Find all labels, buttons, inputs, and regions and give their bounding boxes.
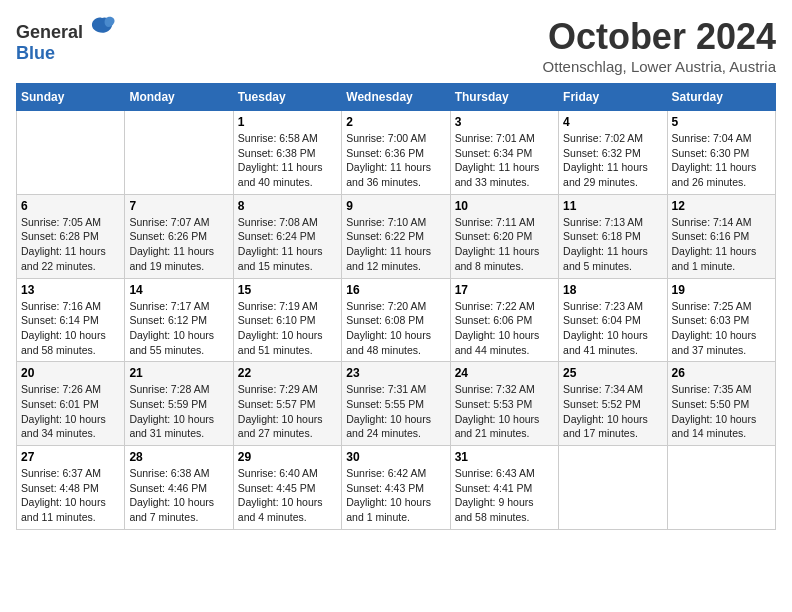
day-number: 21 — [129, 366, 228, 380]
day-number: 1 — [238, 115, 337, 129]
weekday-header: Thursday — [450, 84, 558, 111]
day-info: Sunrise: 6:42 AM Sunset: 4:43 PM Dayligh… — [346, 466, 445, 525]
location-title: Ottenschlag, Lower Austria, Austria — [543, 58, 776, 75]
calendar-cell: 22Sunrise: 7:29 AM Sunset: 5:57 PM Dayli… — [233, 362, 341, 446]
day-number: 24 — [455, 366, 554, 380]
calendar-cell: 12Sunrise: 7:14 AM Sunset: 6:16 PM Dayli… — [667, 194, 775, 278]
calendar-cell: 6Sunrise: 7:05 AM Sunset: 6:28 PM Daylig… — [17, 194, 125, 278]
calendar-cell: 10Sunrise: 7:11 AM Sunset: 6:20 PM Dayli… — [450, 194, 558, 278]
day-number: 15 — [238, 283, 337, 297]
day-info: Sunrise: 7:32 AM Sunset: 5:53 PM Dayligh… — [455, 382, 554, 441]
day-number: 19 — [672, 283, 771, 297]
calendar-cell: 18Sunrise: 7:23 AM Sunset: 6:04 PM Dayli… — [559, 278, 667, 362]
day-info: Sunrise: 7:11 AM Sunset: 6:20 PM Dayligh… — [455, 215, 554, 274]
calendar-cell — [17, 111, 125, 195]
day-number: 17 — [455, 283, 554, 297]
calendar-cell: 17Sunrise: 7:22 AM Sunset: 6:06 PM Dayli… — [450, 278, 558, 362]
logo-blue: Blue — [16, 43, 55, 63]
calendar-cell: 7Sunrise: 7:07 AM Sunset: 6:26 PM Daylig… — [125, 194, 233, 278]
day-info: Sunrise: 7:23 AM Sunset: 6:04 PM Dayligh… — [563, 299, 662, 358]
day-info: Sunrise: 7:17 AM Sunset: 6:12 PM Dayligh… — [129, 299, 228, 358]
day-number: 13 — [21, 283, 120, 297]
day-number: 18 — [563, 283, 662, 297]
calendar-cell: 1Sunrise: 6:58 AM Sunset: 6:38 PM Daylig… — [233, 111, 341, 195]
calendar-cell: 11Sunrise: 7:13 AM Sunset: 6:18 PM Dayli… — [559, 194, 667, 278]
day-number: 3 — [455, 115, 554, 129]
day-number: 4 — [563, 115, 662, 129]
day-info: Sunrise: 7:28 AM Sunset: 5:59 PM Dayligh… — [129, 382, 228, 441]
day-info: Sunrise: 7:25 AM Sunset: 6:03 PM Dayligh… — [672, 299, 771, 358]
day-number: 5 — [672, 115, 771, 129]
logo-bird-icon — [88, 16, 116, 38]
day-info: Sunrise: 7:02 AM Sunset: 6:32 PM Dayligh… — [563, 131, 662, 190]
weekday-header: Saturday — [667, 84, 775, 111]
calendar-cell — [125, 111, 233, 195]
weekday-header: Wednesday — [342, 84, 450, 111]
day-number: 23 — [346, 366, 445, 380]
month-title: October 2024 — [543, 16, 776, 58]
day-number: 7 — [129, 199, 228, 213]
calendar-cell: 25Sunrise: 7:34 AM Sunset: 5:52 PM Dayli… — [559, 362, 667, 446]
day-info: Sunrise: 7:01 AM Sunset: 6:34 PM Dayligh… — [455, 131, 554, 190]
day-info: Sunrise: 7:08 AM Sunset: 6:24 PM Dayligh… — [238, 215, 337, 274]
calendar-cell: 24Sunrise: 7:32 AM Sunset: 5:53 PM Dayli… — [450, 362, 558, 446]
calendar-cell: 4Sunrise: 7:02 AM Sunset: 6:32 PM Daylig… — [559, 111, 667, 195]
day-info: Sunrise: 6:37 AM Sunset: 4:48 PM Dayligh… — [21, 466, 120, 525]
weekday-header: Tuesday — [233, 84, 341, 111]
calendar-cell: 29Sunrise: 6:40 AM Sunset: 4:45 PM Dayli… — [233, 446, 341, 530]
title-area: October 2024 Ottenschlag, Lower Austria,… — [543, 16, 776, 75]
day-number: 22 — [238, 366, 337, 380]
day-info: Sunrise: 7:05 AM Sunset: 6:28 PM Dayligh… — [21, 215, 120, 274]
day-info: Sunrise: 6:38 AM Sunset: 4:46 PM Dayligh… — [129, 466, 228, 525]
day-info: Sunrise: 7:34 AM Sunset: 5:52 PM Dayligh… — [563, 382, 662, 441]
calendar-cell: 13Sunrise: 7:16 AM Sunset: 6:14 PM Dayli… — [17, 278, 125, 362]
calendar-week-row: 27Sunrise: 6:37 AM Sunset: 4:48 PM Dayli… — [17, 446, 776, 530]
calendar-cell: 8Sunrise: 7:08 AM Sunset: 6:24 PM Daylig… — [233, 194, 341, 278]
day-info: Sunrise: 7:16 AM Sunset: 6:14 PM Dayligh… — [21, 299, 120, 358]
day-info: Sunrise: 7:10 AM Sunset: 6:22 PM Dayligh… — [346, 215, 445, 274]
day-info: Sunrise: 7:19 AM Sunset: 6:10 PM Dayligh… — [238, 299, 337, 358]
calendar-cell: 20Sunrise: 7:26 AM Sunset: 6:01 PM Dayli… — [17, 362, 125, 446]
page-header: General Blue October 2024 Ottenschlag, L… — [16, 16, 776, 75]
day-number: 8 — [238, 199, 337, 213]
calendar-cell: 23Sunrise: 7:31 AM Sunset: 5:55 PM Dayli… — [342, 362, 450, 446]
day-number: 12 — [672, 199, 771, 213]
weekday-header: Monday — [125, 84, 233, 111]
day-info: Sunrise: 7:04 AM Sunset: 6:30 PM Dayligh… — [672, 131, 771, 190]
calendar-cell: 2Sunrise: 7:00 AM Sunset: 6:36 PM Daylig… — [342, 111, 450, 195]
day-info: Sunrise: 7:29 AM Sunset: 5:57 PM Dayligh… — [238, 382, 337, 441]
day-number: 28 — [129, 450, 228, 464]
calendar-cell: 31Sunrise: 6:43 AM Sunset: 4:41 PM Dayli… — [450, 446, 558, 530]
calendar-cell: 30Sunrise: 6:42 AM Sunset: 4:43 PM Dayli… — [342, 446, 450, 530]
calendar-week-row: 13Sunrise: 7:16 AM Sunset: 6:14 PM Dayli… — [17, 278, 776, 362]
calendar-week-row: 20Sunrise: 7:26 AM Sunset: 6:01 PM Dayli… — [17, 362, 776, 446]
day-info: Sunrise: 7:26 AM Sunset: 6:01 PM Dayligh… — [21, 382, 120, 441]
calendar-cell: 27Sunrise: 6:37 AM Sunset: 4:48 PM Dayli… — [17, 446, 125, 530]
day-info: Sunrise: 6:40 AM Sunset: 4:45 PM Dayligh… — [238, 466, 337, 525]
day-number: 14 — [129, 283, 228, 297]
day-number: 31 — [455, 450, 554, 464]
day-number: 27 — [21, 450, 120, 464]
day-number: 9 — [346, 199, 445, 213]
calendar-cell: 19Sunrise: 7:25 AM Sunset: 6:03 PM Dayli… — [667, 278, 775, 362]
day-info: Sunrise: 7:22 AM Sunset: 6:06 PM Dayligh… — [455, 299, 554, 358]
day-number: 30 — [346, 450, 445, 464]
logo: General Blue — [16, 16, 116, 64]
calendar-cell: 5Sunrise: 7:04 AM Sunset: 6:30 PM Daylig… — [667, 111, 775, 195]
calendar-cell: 16Sunrise: 7:20 AM Sunset: 6:08 PM Dayli… — [342, 278, 450, 362]
calendar-cell: 15Sunrise: 7:19 AM Sunset: 6:10 PM Dayli… — [233, 278, 341, 362]
calendar-table: SundayMondayTuesdayWednesdayThursdayFrid… — [16, 83, 776, 530]
day-number: 2 — [346, 115, 445, 129]
calendar-cell: 26Sunrise: 7:35 AM Sunset: 5:50 PM Dayli… — [667, 362, 775, 446]
day-number: 26 — [672, 366, 771, 380]
day-info: Sunrise: 7:07 AM Sunset: 6:26 PM Dayligh… — [129, 215, 228, 274]
day-number: 16 — [346, 283, 445, 297]
logo-text: General — [16, 16, 116, 43]
day-number: 20 — [21, 366, 120, 380]
logo-general: General — [16, 22, 83, 42]
day-number: 6 — [21, 199, 120, 213]
day-info: Sunrise: 6:58 AM Sunset: 6:38 PM Dayligh… — [238, 131, 337, 190]
day-info: Sunrise: 7:13 AM Sunset: 6:18 PM Dayligh… — [563, 215, 662, 274]
day-info: Sunrise: 7:20 AM Sunset: 6:08 PM Dayligh… — [346, 299, 445, 358]
calendar-cell: 9Sunrise: 7:10 AM Sunset: 6:22 PM Daylig… — [342, 194, 450, 278]
